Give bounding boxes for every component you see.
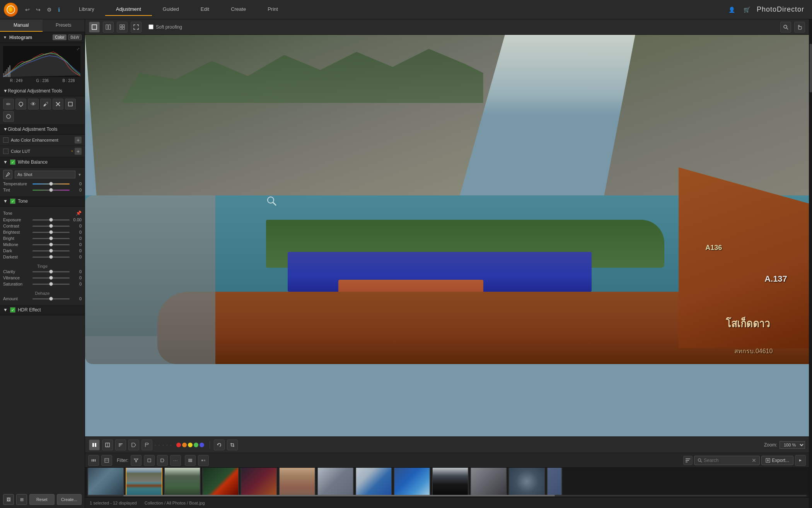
tab-print[interactable]: Print [257,3,289,16]
auto-color-check[interactable] [3,137,9,143]
tab-edit[interactable]: Edit [190,3,220,16]
thumbnail-9[interactable] [432,468,469,495]
soft-proofing-toggle[interactable]: Soft proofing [148,24,182,30]
brightest-slider[interactable] [32,232,70,233]
right-scrollbar[interactable] [809,19,812,508]
single-view-button[interactable] [89,22,100,32]
filter-tag-btn[interactable] [157,455,168,466]
thumbnail-11[interactable] [508,468,545,495]
tint-slider[interactable] [32,190,70,191]
zoom-tool-button[interactable] [780,22,791,32]
white-balance-check[interactable]: ✓ [10,159,15,165]
vibrance-slider[interactable] [32,277,70,279]
export-expand-btn[interactable] [795,455,806,466]
saturation-slider[interactable] [32,284,70,285]
hand-tool-button[interactable] [794,22,805,32]
exposure-slider[interactable] [32,219,70,221]
tool-lasso[interactable] [15,99,26,109]
tab-library[interactable]: Library [68,3,105,16]
search-close-button[interactable]: ✕ [752,457,756,464]
bw-btn[interactable]: B&W [68,34,82,40]
thumbnail-12[interactable] [547,468,562,495]
white-balance-header[interactable]: ▼ ✓ White Balance [0,157,85,168]
green-dot[interactable] [194,443,198,447]
thumbnail-6[interactable] [317,468,354,495]
temperature-slider[interactable] [32,183,70,185]
thumbnail-2[interactable] [164,468,201,495]
tab-guided[interactable]: Guided [152,3,190,16]
amount-slider[interactable] [32,298,70,299]
fullscreen-view-button[interactable] [131,22,142,32]
darkest-slider[interactable] [32,257,70,258]
undo-button[interactable]: ↩ [23,6,32,14]
red-dot[interactable] [176,443,181,447]
tone-pin-button[interactable]: 📌 [76,210,82,216]
create-button[interactable]: Create... [57,494,82,505]
color-btn[interactable]: Color [53,34,67,40]
bottom-view-btn-1[interactable] [89,440,100,450]
hdr-header[interactable]: ▼ ✓ HDR Effect [0,305,85,315]
bright-slider[interactable] [32,238,70,239]
filter-preset-btn[interactable] [131,455,142,466]
cart-icon[interactable]: 🛒 [742,6,752,14]
filmstrip-view-btn-2[interactable] [101,455,112,466]
tab-manual[interactable]: Manual [0,19,43,32]
midtone-slider[interactable] [32,244,70,245]
tone-header[interactable]: ▼ ✓ Tone [0,196,85,207]
sort-icon-btn[interactable] [683,456,693,465]
reset-button[interactable]: Reset [29,494,55,505]
filter-more-btn[interactable]: ··· [170,455,181,466]
crop-button[interactable] [227,440,238,450]
redo-button[interactable]: ↪ [34,6,43,14]
info-button[interactable]: ℹ [56,6,62,14]
color-lut-check[interactable] [3,149,9,154]
thumbnail-1[interactable] [126,468,162,495]
contrast-slider[interactable] [32,226,70,227]
soft-proofing-checkbox[interactable] [148,24,154,29]
user-icon[interactable]: 👤 [727,6,737,14]
thumbnail-10[interactable] [470,468,507,495]
thumbnail-7[interactable] [355,468,392,495]
tone-check[interactable]: ✓ [10,198,15,204]
color-lut-add[interactable]: + [75,148,82,155]
yellow-dot[interactable] [188,443,193,447]
histogram-header[interactable]: ▼ Histogram Color B&W [0,32,85,43]
grid-view-button[interactable] [117,22,128,32]
thumbnail-0[interactable] [87,468,124,495]
regional-header[interactable]: ▼ Regional Adjustment Tools [0,86,85,96]
tool-rectangle[interactable] [65,99,76,109]
tag-btn[interactable] [128,440,139,450]
export-button[interactable]: Export... [761,456,793,465]
tab-presets[interactable]: Presets [43,19,85,32]
wb-preset-select[interactable]: As Shot [15,171,75,178]
auto-color-add[interactable]: + [75,137,82,144]
thumbnail-8[interactable] [394,468,430,495]
tool-diagonal[interactable] [53,99,63,109]
rotate-left-button[interactable] [214,440,225,450]
histogram-expand-icon[interactable]: ⤢ [77,47,80,51]
zoom-select[interactable]: 100 % [780,441,805,449]
compare-view-button[interactable] [103,22,114,32]
collection-button[interactable]: 🖼 [3,494,14,505]
filmstrip-view-btn-1[interactable] [88,455,99,466]
compare-button[interactable]: ⊞ [16,494,27,505]
color-label-btn[interactable] [198,455,209,466]
tab-adjustment[interactable]: Adjustment [105,3,152,16]
orange-dot[interactable] [182,443,187,447]
dark-slider[interactable] [32,250,70,251]
settings-button[interactable]: ⚙ [45,6,54,14]
tool-brush[interactable]: 🖌 [40,99,51,109]
tool-eye[interactable]: 👁 [28,99,39,109]
tab-create[interactable]: Create [220,3,257,16]
wb-eyedropper-icon[interactable] [3,170,12,179]
global-header[interactable]: ▼ Global Adjustment Tools [0,124,85,135]
thumbnail-3[interactable] [202,468,239,495]
blue-dot[interactable] [200,443,204,447]
search-input[interactable] [704,458,750,463]
thumbnail-4[interactable] [241,468,277,495]
tool-pencil[interactable]: ✏ [3,99,14,109]
filter-shape-btn[interactable] [144,455,155,466]
bottom-view-btn-2[interactable] [102,440,113,450]
list-view-btn[interactable] [185,455,196,466]
flag-btn[interactable] [142,440,152,450]
